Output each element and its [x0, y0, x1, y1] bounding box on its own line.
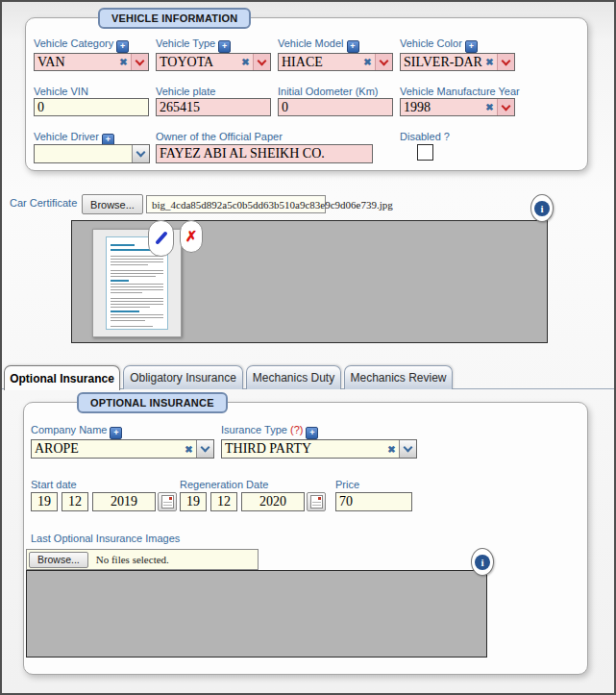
- add-model-icon[interactable]: +: [347, 40, 359, 53]
- app-window: VEHICLE INFORMATION Vehicle Category+ Ve…: [0, 0, 616, 695]
- clear-icon[interactable]: ✖: [482, 102, 497, 112]
- manufacture-year-combobox[interactable]: 1998 ✖: [400, 98, 515, 116]
- dropdown-arrow-icon[interactable]: [375, 54, 392, 70]
- dropdown-arrow-icon[interactable]: [497, 54, 514, 70]
- optional-insurance-legend: OPTIONAL INSURANCE: [77, 392, 228, 413]
- insurance-type-combobox[interactable]: THIRD PARTY ✖: [221, 439, 417, 459]
- dropdown-arrow-icon[interactable]: [196, 440, 213, 458]
- calendar-icon: [161, 495, 174, 509]
- car-certificate-browse-button[interactable]: Browse...: [82, 194, 143, 214]
- car-certificate-filename: big_4cda85d892a5c0b5dd63b510a9c83e9c9d06…: [146, 195, 326, 213]
- vehicle-type-combobox[interactable]: TOYOTA ✖: [156, 53, 271, 71]
- vehicle-vin-input[interactable]: [34, 98, 149, 116]
- price-label: Price: [335, 479, 359, 490]
- add-type-icon[interactable]: +: [218, 40, 231, 53]
- vehicle-plate-label: Vehicle plate: [156, 86, 215, 97]
- clear-icon[interactable]: ✖: [360, 57, 375, 67]
- regen-month-input[interactable]: [210, 492, 237, 511]
- regen-year-input[interactable]: [241, 492, 305, 511]
- delete-icon: ✗: [185, 228, 198, 245]
- vehicle-color-label: Vehicle Color+: [400, 37, 478, 53]
- vehicle-information-legend: VEHICLE INFORMATION: [98, 8, 251, 29]
- insurance-images-preview-area: [26, 570, 487, 658]
- vehicle-type-label: Vehicle Type+: [156, 37, 231, 53]
- initial-odometer-label: Initial Odometer (Km): [278, 86, 379, 97]
- pencil-icon: [154, 230, 169, 247]
- clear-icon[interactable]: ✖: [384, 444, 399, 455]
- dropdown-arrow-icon[interactable]: [131, 54, 148, 70]
- vehicle-category-combobox[interactable]: VAN ✖: [34, 53, 149, 71]
- dropdown-arrow-icon[interactable]: [253, 54, 270, 70]
- disabled-label: Disabled ?: [400, 131, 450, 142]
- insurance-images-browse-button[interactable]: Browse...: [29, 552, 88, 568]
- add-company-icon[interactable]: +: [110, 427, 122, 439]
- tab-mechanics-review[interactable]: Mechanics Review: [344, 365, 453, 389]
- company-name-label: Company Name+: [31, 424, 122, 439]
- tab-obligatory-insurance[interactable]: Obligatory Insurance: [123, 365, 243, 389]
- clear-icon[interactable]: ✖: [238, 57, 253, 67]
- owner-label: Owner of the Official Paper: [156, 131, 283, 142]
- tab-optional-insurance[interactable]: Optional Insurance: [4, 365, 120, 390]
- vehicle-plate-input[interactable]: [156, 98, 271, 116]
- initial-odometer-input[interactable]: [278, 98, 393, 116]
- tab-mechanics-duty[interactable]: Mechanics Duty: [246, 365, 341, 389]
- info-icon[interactable]: i: [530, 194, 554, 222]
- info-icon[interactable]: i: [471, 548, 494, 576]
- disabled-checkbox[interactable]: [417, 144, 433, 161]
- add-color-icon[interactable]: +: [465, 40, 478, 53]
- help-icon[interactable]: (?): [290, 424, 303, 435]
- clear-icon[interactable]: ✖: [482, 57, 497, 67]
- company-name-combobox[interactable]: AROPE ✖: [31, 439, 214, 459]
- vehicle-model-label: Vehicle Model+: [278, 37, 359, 53]
- clear-icon[interactable]: ✖: [116, 57, 131, 67]
- manufacture-year-label: Vehicle Manufacture Year: [400, 86, 520, 97]
- delete-certificate-button[interactable]: ✗: [180, 220, 203, 253]
- dropdown-arrow-icon[interactable]: [497, 99, 514, 115]
- vehicle-category-label: Vehicle Category+: [34, 37, 129, 53]
- calendar-icon: [310, 495, 323, 509]
- dropdown-arrow-icon[interactable]: [399, 440, 416, 458]
- vehicle-driver-select[interactable]: [34, 144, 150, 163]
- insurance-type-label: Isurance Type (?)+: [221, 424, 318, 439]
- start-day-input[interactable]: [31, 492, 58, 511]
- clear-icon[interactable]: ✖: [182, 444, 196, 455]
- vehicle-model-combobox[interactable]: HIACE ✖: [278, 53, 393, 71]
- car-certificate-label: Car Certificate: [10, 197, 77, 209]
- start-date-calendar-button[interactable]: [158, 492, 177, 511]
- insurance-images-file-input[interactable]: Browse... No files selected.: [26, 549, 259, 570]
- vehicle-vin-label: Vehicle VIN: [34, 86, 88, 97]
- price-input[interactable]: [335, 492, 412, 511]
- owner-input[interactable]: [156, 144, 373, 163]
- start-date-label: Start date: [31, 479, 77, 490]
- vehicle-color-combobox[interactable]: SILVER-DARK ✖: [400, 53, 515, 71]
- regen-date-calendar-button[interactable]: [307, 492, 326, 511]
- edit-certificate-button[interactable]: [148, 220, 174, 257]
- regen-day-input[interactable]: [180, 492, 207, 511]
- insurance-images-label: Last Optional Insurance Images: [31, 533, 180, 544]
- regeneration-date-label: Regeneration Date: [180, 479, 268, 490]
- start-month-input[interactable]: [62, 492, 88, 511]
- start-year-input[interactable]: [92, 492, 156, 511]
- no-files-text: No files selected.: [96, 554, 169, 565]
- add-category-icon[interactable]: +: [116, 40, 129, 53]
- dropdown-arrow-icon[interactable]: [132, 145, 149, 162]
- add-insurance-type-icon[interactable]: +: [306, 427, 318, 439]
